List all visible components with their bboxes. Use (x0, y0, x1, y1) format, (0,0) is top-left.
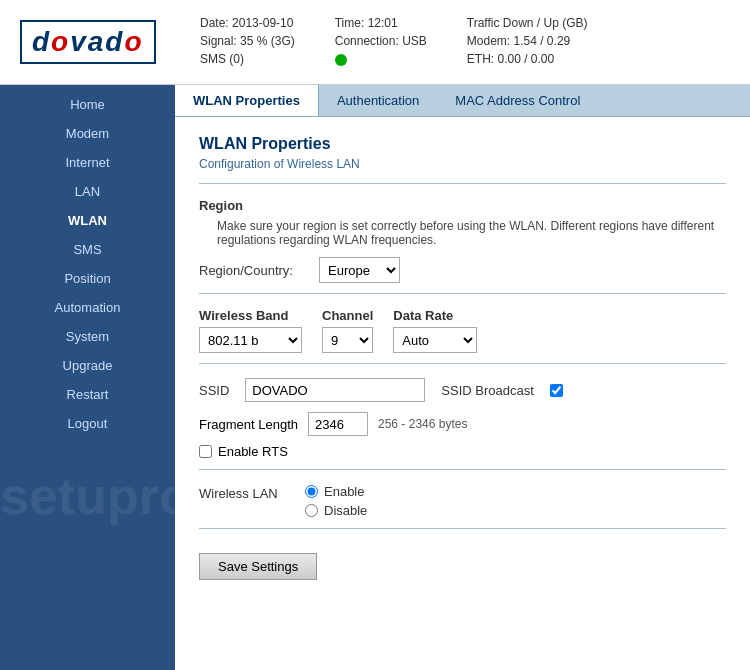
channel-label: Channel (322, 308, 373, 323)
fragment-row: Fragment Length 256 - 2346 bytes (199, 412, 726, 436)
tab-bar: WLAN Properties Authentication MAC Addre… (175, 85, 750, 117)
wireless-band-select[interactable]: 802.11 b 802.11 g 802.11 n 802.11 b/g 80… (199, 327, 302, 353)
enable-rts-row: Enable RTS (199, 444, 726, 459)
modem-display: Modem: 1.54 / 0.29 (467, 34, 588, 48)
enable-rts-checkbox[interactable] (199, 445, 212, 458)
wireless-lan-disable-label: Disable (324, 503, 367, 518)
sidebar-watermark: setuprouter (0, 468, 175, 525)
fragment-hint: 256 - 2346 bytes (378, 417, 467, 431)
wireless-lan-enable-radio[interactable] (305, 485, 318, 498)
ssid-label: SSID (199, 383, 229, 398)
page-title: WLAN Properties (199, 135, 726, 153)
wireless-lan-radio-group: Enable Disable (305, 484, 367, 518)
connection-indicator (335, 52, 427, 69)
wireless-band-label: Wireless Band (199, 308, 302, 323)
region-country-select[interactable]: Europe USA Japan China Australia (319, 257, 400, 283)
sidebar-item-upgrade[interactable]: Upgrade (0, 351, 175, 380)
data-rate-select[interactable]: Auto 1 Mbps 2 Mbps 5.5 Mbps 11 Mbps (393, 327, 477, 353)
ssid-input[interactable] (245, 378, 425, 402)
sidebar-item-restart[interactable]: Restart (0, 380, 175, 409)
channel-select[interactable]: 1234 5678 91011 (322, 327, 373, 353)
tab-authentication[interactable]: Authentication (319, 85, 437, 116)
fragment-length-input[interactable] (308, 412, 368, 436)
page-subtitle: Configuration of Wireless LAN (199, 157, 726, 171)
date-display: Date: 2013-09-10 (200, 16, 295, 30)
wireless-lan-section: Wireless LAN Enable Disable (199, 484, 726, 518)
wireless-lan-disable-radio[interactable] (305, 504, 318, 517)
sidebar-item-logout[interactable]: Logout (0, 409, 175, 438)
ssid-broadcast-label: SSID Broadcast (441, 383, 534, 398)
signal-display: Signal: 35 % (3G) (200, 34, 295, 48)
sidebar-item-lan[interactable]: LAN (0, 177, 175, 206)
sidebar: Home Modem Internet LAN WLAN SMS Positio… (0, 85, 175, 670)
region-description: Make sure your region is set correctly b… (199, 219, 726, 247)
wireless-lan-enable-label: Enable (324, 484, 364, 499)
save-button[interactable]: Save Settings (199, 553, 317, 580)
content-area: WLAN Properties Configuration of Wireles… (175, 117, 750, 670)
sidebar-item-wlan[interactable]: WLAN (0, 206, 175, 235)
ssid-row: SSID SSID Broadcast (199, 378, 726, 402)
sidebar-item-automation[interactable]: Automation (0, 293, 175, 322)
connection-display: Connection: USB (335, 34, 427, 48)
ssid-broadcast-checkbox[interactable] (550, 384, 563, 397)
fragment-length-label: Fragment Length (199, 417, 298, 432)
data-rate-label: Data Rate (393, 308, 477, 323)
sidebar-item-sms[interactable]: SMS (0, 235, 175, 264)
traffic-label: Traffic Down / Up (GB) (467, 16, 588, 30)
main-content: WLAN Properties Authentication MAC Addre… (175, 85, 750, 670)
logo: dovado (20, 20, 180, 64)
time-display: Time: 12:01 (335, 16, 427, 30)
sidebar-item-system[interactable]: System (0, 322, 175, 351)
sidebar-item-home[interactable]: Home (0, 90, 175, 119)
eth-display: ETH: 0.00 / 0.00 (467, 52, 588, 66)
enable-rts-label: Enable RTS (218, 444, 288, 459)
region-country-label: Region/Country: (199, 263, 309, 278)
wireless-settings-row: Wireless Band 802.11 b 802.11 g 802.11 n… (199, 308, 726, 353)
sidebar-item-position[interactable]: Position (0, 264, 175, 293)
sidebar-item-modem[interactable]: Modem (0, 119, 175, 148)
region-section-title: Region (199, 198, 726, 213)
wireless-lan-label: Wireless LAN (199, 484, 289, 501)
header-info: Date: 2013-09-10 Signal: 35 % (3G) SMS (… (200, 16, 588, 69)
sms-display: SMS (0) (200, 52, 295, 66)
tab-mac-address[interactable]: MAC Address Control (437, 85, 598, 116)
tab-wlan-properties[interactable]: WLAN Properties (175, 85, 319, 116)
sidebar-item-internet[interactable]: Internet (0, 148, 175, 177)
